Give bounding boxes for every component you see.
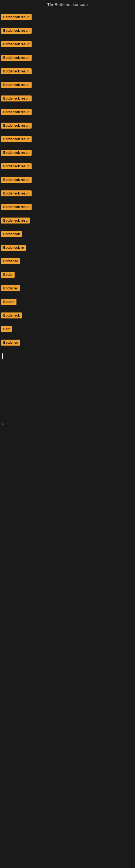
footer-row: c xyxy=(0,417,135,431)
bottleneck-badge-14[interactable]: Bottleneck result xyxy=(1,190,32,196)
bottleneck-badge-23[interactable]: Bottleneck xyxy=(1,312,22,318)
bottleneck-badge-2[interactable]: Bottleneck result xyxy=(1,28,32,34)
bottleneck-row-22[interactable]: Bottlen xyxy=(0,295,135,309)
bottleneck-badge-7[interactable]: Bottleneck result xyxy=(1,95,32,101)
bottleneck-row-9[interactable]: Bottleneck result xyxy=(0,119,135,132)
cursor-row xyxy=(0,349,135,363)
bottleneck-row-25[interactable]: Bottlenec xyxy=(0,336,135,349)
bottleneck-row-8[interactable]: Bottleneck result xyxy=(0,105,135,119)
bottleneck-badge-19[interactable]: Bottlenec xyxy=(1,258,20,264)
empty-space-1 xyxy=(0,363,135,417)
bottleneck-row-10[interactable]: Bottleneck result xyxy=(0,132,135,146)
bottleneck-row-15[interactable]: Bottleneck result xyxy=(0,200,135,214)
rows-container: Bottleneck resultBottleneck resultBottle… xyxy=(0,10,135,349)
footer-text: c xyxy=(1,422,5,427)
bottleneck-row-20[interactable]: Bottle xyxy=(0,268,135,282)
bottleneck-badge-16[interactable]: Bottleneck resu xyxy=(1,218,30,223)
bottleneck-row-12[interactable]: Bottleneck result xyxy=(0,159,135,173)
bottleneck-badge-18[interactable]: Bottleneck re xyxy=(1,245,26,251)
bottleneck-row-5[interactable]: Bottleneck result xyxy=(0,65,135,78)
bottleneck-row-19[interactable]: Bottlenec xyxy=(0,254,135,268)
bottleneck-row-24[interactable]: Bott xyxy=(0,322,135,336)
bottleneck-badge-9[interactable]: Bottleneck result xyxy=(1,123,32,129)
bottleneck-badge-8[interactable]: Bottleneck result xyxy=(1,109,32,115)
bottleneck-row-3[interactable]: Bottleneck result xyxy=(0,37,135,51)
bottleneck-badge-13[interactable]: Bottleneck result xyxy=(1,177,32,183)
empty-space-2 xyxy=(0,431,135,593)
site-header: TheBottlenecker.com xyxy=(0,0,135,10)
bottleneck-badge-12[interactable]: Bottleneck result xyxy=(1,163,32,169)
bottleneck-badge-5[interactable]: Bottleneck result xyxy=(1,68,32,74)
bottleneck-row-14[interactable]: Bottleneck result xyxy=(0,187,135,200)
bottleneck-badge-20[interactable]: Bottle xyxy=(1,272,14,278)
bottleneck-badge-15[interactable]: Bottleneck result xyxy=(1,204,32,210)
bottleneck-row-7[interactable]: Bottleneck result xyxy=(0,92,135,105)
bottleneck-badge-11[interactable]: Bottleneck result xyxy=(1,150,32,156)
bottleneck-badge-17[interactable]: Bottleneck xyxy=(1,231,22,237)
bottleneck-badge-4[interactable]: Bottleneck result xyxy=(1,55,32,61)
bottleneck-row-6[interactable]: Bottleneck result xyxy=(0,78,135,92)
bottleneck-badge-10[interactable]: Bottleneck result xyxy=(1,136,32,142)
bottleneck-row-11[interactable]: Bottleneck result xyxy=(0,146,135,159)
bottleneck-badge-1[interactable]: Bottleneck result xyxy=(1,14,32,20)
bottleneck-badge-22[interactable]: Bottlen xyxy=(1,299,16,305)
bottleneck-row-18[interactable]: Bottleneck re xyxy=(0,241,135,254)
bottleneck-row-2[interactable]: Bottleneck result xyxy=(0,24,135,37)
bottleneck-badge-6[interactable]: Bottleneck result xyxy=(1,82,32,88)
bottleneck-badge-21[interactable]: Bottlenec xyxy=(1,285,20,291)
text-cursor xyxy=(2,353,3,359)
bottleneck-badge-3[interactable]: Bottleneck result xyxy=(1,41,32,47)
bottleneck-row-13[interactable]: Bottleneck result xyxy=(0,173,135,187)
bottleneck-row-17[interactable]: Bottleneck xyxy=(0,227,135,241)
bottleneck-row-16[interactable]: Bottleneck resu xyxy=(0,214,135,227)
bottleneck-row-23[interactable]: Bottleneck xyxy=(0,309,135,322)
bottleneck-badge-24[interactable]: Bott xyxy=(1,326,12,332)
bottleneck-row-4[interactable]: Bottleneck result xyxy=(0,51,135,65)
site-title: TheBottlenecker.com xyxy=(47,2,88,7)
bottleneck-badge-25[interactable]: Bottlenec xyxy=(1,340,20,346)
bottleneck-row-1[interactable]: Bottleneck result xyxy=(0,10,135,24)
bottleneck-row-21[interactable]: Bottlenec xyxy=(0,282,135,295)
